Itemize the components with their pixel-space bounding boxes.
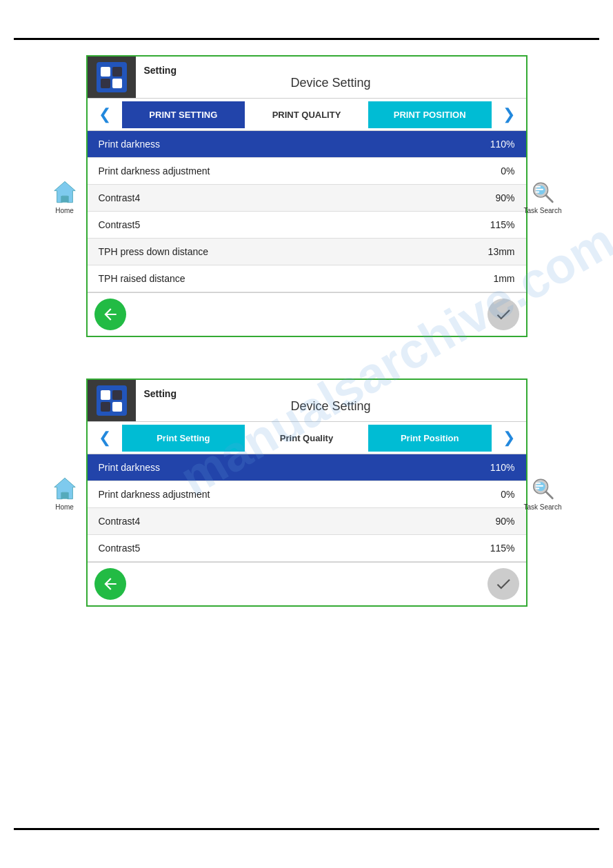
home-icon [52, 179, 78, 205]
panel-header: Setting Device Setting [88, 380, 526, 422]
row-label: TPH raised distance [88, 265, 409, 292]
row-label: Print darkness [88, 131, 409, 158]
svg-rect-15 [536, 487, 540, 489]
icon-sq-1 [101, 67, 110, 77]
header-text-box: Setting Device Setting [136, 57, 526, 98]
device-panel-2: Setting Device Setting ❮Print SettingPri… [86, 379, 527, 607]
home-icon [52, 475, 78, 501]
task-search-label: Task Search [523, 503, 561, 510]
device-setting-label: Device Setting [144, 399, 518, 414]
data-table: Print darkness110%Print darkness adjustm… [88, 131, 526, 292]
table-row[interactable]: TPH raised distance1mm [88, 265, 526, 292]
nav-row: ❮Print SettingPrint QualityPrint Positio… [88, 422, 526, 454]
nav-tabs: Print SettingPrint QualityPrint Position [122, 425, 492, 452]
svg-rect-1 [61, 196, 68, 203]
tab-print-quality[interactable]: PRINT QUALITY [245, 101, 368, 128]
back-button[interactable] [94, 568, 126, 600]
nav-left-arrow[interactable]: ❮ [88, 99, 122, 130]
panel-header: Setting Device Setting [88, 57, 526, 99]
bottom-rule [14, 828, 599, 830]
row-label: Contrast4 [88, 508, 412, 535]
svg-rect-13 [536, 482, 541, 483]
home-label: Home [55, 206, 74, 214]
row-label: TPH press down distance [88, 239, 409, 265]
device-panel-1: Setting Device Setting ❮PRINT SETTINGPRI… [86, 55, 527, 337]
panel-wrapper-1: Home Setting Device Setting ❮PRINT SETTI… [52, 55, 562, 337]
tab-print-position[interactable]: PRINT POSITION [368, 101, 492, 128]
svg-rect-9 [61, 492, 68, 499]
nav-left-arrow[interactable]: ❮ [88, 422, 122, 454]
nav-right-arrow[interactable]: ❯ [492, 422, 526, 454]
table-row[interactable]: TPH press down distance13mm [88, 239, 526, 265]
icon-sq-4 [112, 402, 122, 412]
nav-right-arrow[interactable]: ❯ [492, 99, 526, 130]
home-icon-area[interactable]: Home [52, 179, 78, 214]
header-icon-box [88, 380, 136, 421]
back-arrow-icon [101, 305, 119, 323]
device-icon [97, 385, 127, 416]
row-label: Contrast5 [88, 212, 409, 239]
svg-rect-5 [536, 185, 541, 187]
checkmark-icon [494, 305, 512, 323]
tab-print-quality[interactable]: Print Quality [245, 425, 368, 452]
svg-rect-14 [536, 485, 543, 486]
home-label: Home [55, 503, 74, 510]
confirm-button[interactable] [488, 568, 519, 600]
tab-print-setting[interactable]: PRINT SETTING [122, 101, 245, 128]
icon-sq-3 [101, 79, 110, 88]
row-value: 0% [412, 481, 526, 508]
svg-rect-7 [536, 191, 540, 192]
home-icon-area[interactable]: Home [52, 475, 78, 510]
nav-row: ❮PRINT SETTINGPRINT QUALITYPRINT POSITIO… [88, 99, 526, 131]
setting-label: Setting [144, 65, 518, 76]
header-icon-box [88, 57, 136, 98]
table-row[interactable]: Contrast490% [88, 185, 526, 212]
table-row[interactable]: Print darkness adjustment0% [88, 158, 526, 185]
top-rule [14, 38, 599, 40]
row-value: 110% [408, 131, 525, 158]
row-label: Print darkness [88, 454, 412, 481]
icon-sq-1 [101, 390, 110, 400]
panel-footer [88, 292, 526, 336]
table-row[interactable]: Contrast5115% [88, 212, 526, 239]
tab-print-setting[interactable]: Print Setting [122, 425, 245, 452]
row-value: 1mm [408, 265, 525, 292]
nav-tabs: PRINT SETTINGPRINT QUALITYPRINT POSITION [122, 101, 492, 128]
table-row[interactable]: Contrast490% [88, 508, 526, 535]
row-value: 90% [408, 185, 525, 212]
back-button[interactable] [94, 299, 126, 330]
row-label: Print darkness adjustment [88, 158, 409, 185]
confirm-button[interactable] [488, 299, 519, 330]
row-value: 0% [408, 158, 525, 185]
data-table: Print darkness110%Print darkness adjustm… [88, 454, 526, 562]
table-row[interactable]: Print darkness adjustment0% [88, 481, 526, 508]
task-search-icon-area[interactable]: Task Search [523, 179, 561, 214]
row-value: 110% [412, 454, 526, 481]
row-value: 90% [412, 508, 526, 535]
row-label: Contrast4 [88, 185, 409, 212]
svg-line-4 [546, 195, 553, 202]
task-search-label: Task Search [523, 206, 561, 214]
device-icon [97, 62, 127, 92]
row-value: 13mm [408, 239, 525, 265]
setting-label: Setting [144, 388, 518, 399]
row-value: 115% [408, 212, 525, 239]
task-search-icon [530, 475, 556, 501]
icon-sq-4 [112, 79, 122, 88]
row-label: Contrast5 [88, 535, 412, 562]
panel-footer [88, 562, 526, 605]
table-row[interactable]: Print darkness110% [88, 131, 526, 158]
panel-wrapper-2: Home Setting Device Setting ❮Print Setti… [52, 379, 562, 607]
table-row[interactable]: Contrast5115% [88, 535, 526, 562]
icon-sq-2 [112, 390, 122, 400]
tab-print-position[interactable]: Print Position [368, 425, 492, 452]
header-text-box: Setting Device Setting [136, 380, 526, 421]
back-arrow-icon [101, 575, 119, 593]
row-value: 115% [412, 535, 526, 562]
task-search-icon-area[interactable]: Task Search [523, 475, 561, 510]
table-row[interactable]: Print darkness110% [88, 454, 526, 481]
svg-line-12 [546, 492, 553, 498]
device-setting-label: Device Setting [144, 76, 518, 90]
svg-rect-6 [536, 188, 543, 190]
icon-sq-3 [101, 402, 110, 412]
